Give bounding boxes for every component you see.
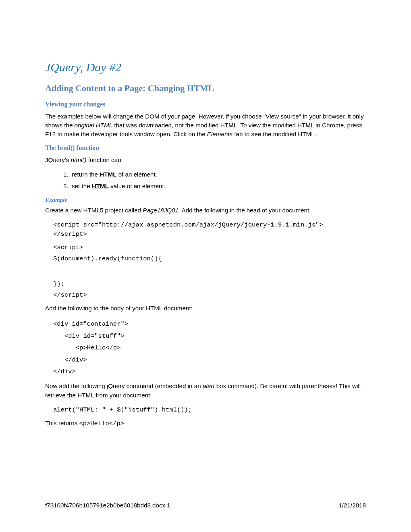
- paragraph-example-intro: Create a new HTML5 project called Page18…: [45, 206, 366, 215]
- text-italic: html(): [71, 156, 87, 163]
- code-block: $(document).ready(function(){: [45, 254, 366, 264]
- text-italic: Page18JQ01: [143, 207, 179, 214]
- footer-filename: f73160f4706b105791e2b0be6018bdd8.docx 1: [45, 502, 170, 509]
- list-item: set the HTML value of an element.: [70, 182, 366, 191]
- code-block: });: [45, 280, 366, 289]
- paragraph-body-instruction: Add the following to the body of your HT…: [45, 304, 366, 313]
- page-footer: f73160f4706b105791e2b0be6018bdd8.docx 1 …: [45, 502, 366, 509]
- text: Now add the following jQuery command (em…: [45, 382, 203, 389]
- code-block: </script>: [45, 291, 366, 300]
- text-italic: Elements: [207, 131, 232, 137]
- code-block: <div id="container"> <div id="stuff"> <p…: [45, 318, 366, 378]
- subheading-viewing-changes: Viewing your changes: [45, 101, 366, 108]
- code-block: alert("HTML: " + $("#stuff").html());: [45, 405, 366, 415]
- text: function can:: [86, 156, 122, 163]
- text: return the: [72, 171, 100, 178]
- text: value of an element.: [109, 183, 166, 189]
- text: JQuery's: [45, 156, 71, 163]
- text-italic: alert: [203, 382, 215, 389]
- paragraph-viewing-changes: The examples below will change the DOM o…: [45, 112, 366, 139]
- example-heading: Example: [45, 197, 366, 204]
- footer-date: 1/21/2018: [338, 502, 366, 509]
- ordered-list: return the HTML of an element. set the H…: [45, 170, 366, 191]
- paragraph-html-intro: JQuery's html() function can:: [45, 156, 366, 164]
- text: . Add the following in the head of your …: [179, 207, 311, 214]
- link-html[interactable]: HTML: [100, 171, 116, 178]
- document-page: JQuery, Day #2 Adding Content to a Page:…: [0, 0, 411, 532]
- document-title: JQuery, Day #2: [45, 60, 366, 74]
- link-html[interactable]: HTML: [92, 183, 109, 189]
- text-italic: original HTML: [75, 122, 113, 129]
- code-inline: <p>Hello</p>: [79, 420, 124, 427]
- text: tab to see the modified HTML.: [232, 131, 316, 137]
- subheading-html-function: The html() function: [45, 144, 366, 152]
- text: of an element.: [116, 171, 157, 178]
- code-block: <script src="http://ajax.aspnetcdn.com/a…: [45, 220, 366, 239]
- text: set the: [72, 183, 92, 189]
- text: This returns: [45, 420, 79, 426]
- list-item: return the HTML of an element.: [70, 170, 366, 179]
- text: Create a new HTML5 project called: [45, 207, 143, 214]
- paragraph-returns: This returns <p>Hello</p>: [45, 419, 366, 428]
- paragraph-alert-instruction: Now add the following jQuery command (em…: [45, 382, 366, 399]
- section-heading: Adding Content to a Page: Changing HTML: [45, 83, 366, 94]
- code-block: <script>: [45, 243, 366, 252]
